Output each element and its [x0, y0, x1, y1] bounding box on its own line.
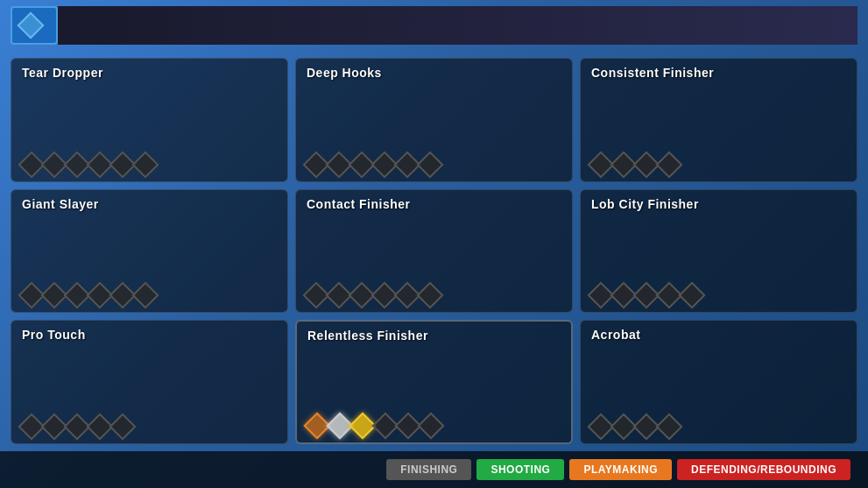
badge-card-relentless-finisher[interactable]: Relentless Finisher [295, 320, 573, 444]
badge-diamonds [591, 286, 846, 305]
badge-points-section [107, 6, 857, 45]
badge-card-deep-hooks[interactable]: Deep Hooks [295, 58, 573, 182]
diamond-pip [655, 413, 682, 440]
badge-diamonds [22, 286, 277, 305]
bottom-navigation: FINISHINGSHOOTINGPLAYMAKINGDEFENDING/REB… [0, 451, 868, 488]
badge-name: Deep Hooks [307, 66, 561, 80]
diamond-pip [416, 151, 443, 178]
diamond-pip [417, 412, 444, 439]
badge-name: Giant Slayer [22, 197, 277, 211]
badge-card-pro-touch[interactable]: Pro Touch [11, 320, 288, 444]
badge-diamonds [307, 416, 561, 435]
badge-name: Lob City Finisher [591, 197, 846, 211]
diamond-pip [131, 151, 159, 178]
nav-tab-defending[interactable]: DEFENDING/REBOUNDING [677, 459, 850, 480]
max-badge [11, 6, 58, 45]
diamond-icon [17, 11, 44, 39]
badge-name: Contact Finisher [307, 197, 561, 211]
badge-card-tear-dropper[interactable]: Tear Dropper [11, 58, 288, 182]
badge-card-contact-finisher[interactable]: Contact Finisher [295, 189, 573, 314]
badge-diamonds [22, 155, 277, 174]
nav-tab-playmaking[interactable]: PLAYMAKING [569, 459, 672, 480]
diamond-pip [678, 282, 705, 309]
badge-diamonds [22, 417, 277, 436]
diamond-pip [655, 151, 682, 178]
nav-tab-finishing[interactable]: FINISHING [386, 459, 471, 480]
finishing-section-label [58, 6, 107, 45]
diamond-pip [131, 282, 159, 309]
diamond-pip [416, 282, 443, 309]
badge-diamonds [591, 155, 846, 174]
badge-diamonds [591, 417, 846, 436]
badge-card-consistent-finisher[interactable]: Consistent Finisher [580, 58, 857, 182]
badge-name: Tear Dropper [22, 66, 277, 80]
header-bar [0, 0, 868, 51]
badge-diamonds [307, 286, 561, 305]
diamond-pip [109, 413, 136, 440]
badge-card-lob-city-finisher[interactable]: Lob City Finisher [580, 189, 857, 314]
badge-name: Pro Touch [22, 328, 277, 342]
badges-grid: Tear DropperDeep HooksConsistent Finishe… [0, 51, 868, 451]
badge-card-giant-slayer[interactable]: Giant Slayer [11, 189, 288, 314]
badge-diamonds [307, 155, 561, 174]
badge-name: Acrobat [591, 328, 846, 342]
badge-name: Consistent Finisher [591, 66, 846, 80]
badge-name: Relentless Finisher [307, 329, 561, 343]
nav-tab-shooting[interactable]: SHOOTING [476, 459, 564, 480]
badge-card-acrobat[interactable]: Acrobat [580, 320, 857, 444]
